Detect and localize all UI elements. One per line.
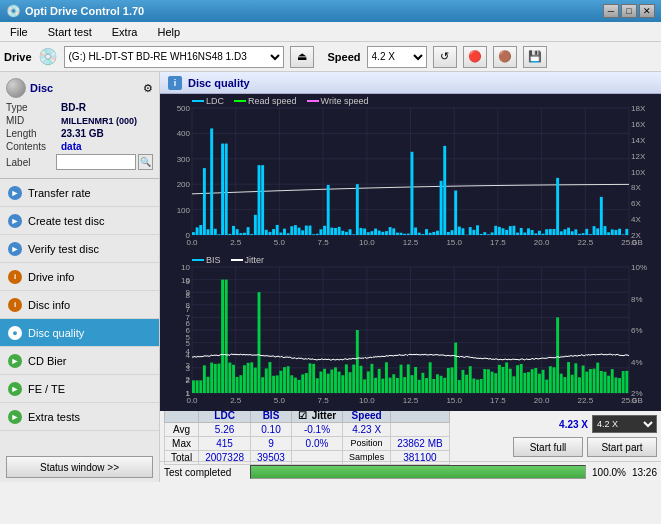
drive-label: Drive xyxy=(4,51,32,63)
bottom-stats: LDC BIS ☑ Jitter Speed Avg xyxy=(160,410,661,482)
jitter-checkbox-icon[interactable]: ☑ xyxy=(298,410,307,421)
dq-icon: i xyxy=(168,76,182,90)
label-input[interactable] xyxy=(56,154,136,170)
avg-speed: 4.23 X xyxy=(343,422,391,436)
ldc-chart: LDC Read speed Write speed xyxy=(160,94,661,253)
create-test-disc-icon: ► xyxy=(8,214,22,228)
jitter-legend: Jitter xyxy=(245,255,265,265)
sidebar-item-disc-quality[interactable]: ● Disc quality xyxy=(0,319,159,347)
bis-legend: BIS xyxy=(206,255,221,265)
sidebar-item-disc-info[interactable]: i Disc info xyxy=(0,291,159,319)
drive-icon: 💿 xyxy=(38,47,58,66)
titlebar-title-area: 💿 Opti Drive Control 1.70 xyxy=(6,4,144,18)
verify-test-disc-label: Verify test disc xyxy=(28,243,99,255)
stats-avg-row: Avg 5.26 0.10 -0.1% 4.23 X xyxy=(165,422,450,436)
settings-button2[interactable]: 🟤 xyxy=(493,46,517,68)
max-label: Max xyxy=(165,436,199,450)
avg-extra xyxy=(391,422,450,436)
write-speed-legend: Write speed xyxy=(321,96,369,106)
contents-value: data xyxy=(61,141,82,152)
extra-tests-label: Extra tests xyxy=(28,411,80,423)
max-ldc: 415 xyxy=(199,436,251,450)
max-position-label: Position xyxy=(343,436,391,450)
speed-display-label: 4.23 X xyxy=(559,419,588,430)
transfer-rate-icon: ► xyxy=(8,186,22,200)
drive-info-icon: i xyxy=(8,270,22,284)
ldc-canvas xyxy=(160,94,661,253)
disc-quality-label: Disc quality xyxy=(28,327,84,339)
verify-test-disc-icon: ► xyxy=(8,242,22,256)
max-position: 23862 MB xyxy=(391,436,450,450)
progress-bar xyxy=(251,466,585,478)
disc-panel-label: Disc xyxy=(30,82,53,94)
progress-text: 100.0% xyxy=(592,467,626,478)
avg-bis: 0.10 xyxy=(251,422,292,436)
mid-value: MILLENMR1 (000) xyxy=(61,116,137,126)
length-value: 23.31 GB xyxy=(61,128,104,139)
label-label: Label xyxy=(6,157,56,168)
speed-select[interactable]: 4.2 X xyxy=(367,46,427,68)
close-button[interactable]: ✕ xyxy=(639,4,655,18)
disc-info-label: Disc info xyxy=(28,299,70,311)
fe-te-icon: ► xyxy=(8,382,22,396)
status-text: Test completed xyxy=(164,467,244,478)
sidebar-item-transfer-rate[interactable]: ► Transfer rate xyxy=(0,179,159,207)
app-title: Opti Drive Control 1.70 xyxy=(25,5,144,17)
cd-bier-label: CD Bier xyxy=(28,355,67,367)
time-text: 13:26 xyxy=(632,467,657,478)
disc-icon xyxy=(6,78,26,98)
stats-table: LDC BIS ☑ Jitter Speed Avg xyxy=(164,408,450,465)
save-button[interactable]: 💾 xyxy=(523,46,547,68)
contents-label: Contents xyxy=(6,141,61,152)
sidebar-item-create-test-disc[interactable]: ► Create test disc xyxy=(0,207,159,235)
disc-settings-icon[interactable]: ⚙ xyxy=(143,82,153,95)
main-content: Disc ⚙ Type BD-R MID MILLENMR1 (000) Len… xyxy=(0,72,661,482)
start-full-button[interactable]: Start full xyxy=(513,437,583,457)
drive-select[interactable]: (G:) HL-DT-ST BD-RE WH16NS48 1.D3 xyxy=(64,46,284,68)
ldc-legend: LDC xyxy=(206,96,224,106)
sidebar-item-fe-te[interactable]: ► FE / TE xyxy=(0,375,159,403)
max-bis: 9 xyxy=(251,436,292,450)
mid-label: MID xyxy=(6,115,61,126)
drive-info-label: Drive info xyxy=(28,271,74,283)
start-part-button[interactable]: Start part xyxy=(587,437,657,457)
sidebar-item-cd-bier[interactable]: ► CD Bier xyxy=(0,347,159,375)
label-search-button[interactable]: 🔍 xyxy=(138,154,153,170)
sidebar-item-drive-info[interactable]: i Drive info xyxy=(0,263,159,291)
titlebar: 💿 Opti Drive Control 1.70 ─ □ ✕ xyxy=(0,0,661,22)
speed-label: Speed xyxy=(328,51,361,63)
transfer-rate-label: Transfer rate xyxy=(28,187,91,199)
speed-select-stats[interactable]: 4.2 X xyxy=(592,415,657,433)
menu-extra[interactable]: Extra xyxy=(106,24,144,40)
settings-button1[interactable]: 🔴 xyxy=(463,46,487,68)
bis-chart: BIS Jitter xyxy=(160,253,661,411)
titlebar-controls[interactable]: ─ □ ✕ xyxy=(603,4,655,18)
status-window-button[interactable]: Status window >> xyxy=(6,456,153,478)
progress-area: Test completed 100.0% 13:26 xyxy=(160,461,661,482)
type-value: BD-R xyxy=(61,102,86,113)
dq-title: Disc quality xyxy=(188,77,250,89)
menubar: File Start test Extra Help xyxy=(0,22,661,42)
menu-start-test[interactable]: Start test xyxy=(42,24,98,40)
disc-info-panel: Disc ⚙ Type BD-R MID MILLENMR1 (000) Len… xyxy=(0,72,159,179)
max-jitter: 0.0% xyxy=(291,436,342,450)
stats-max-row: Max 415 9 0.0% Position 23862 MB xyxy=(165,436,450,450)
avg-ldc: 5.26 xyxy=(199,422,251,436)
menu-help[interactable]: Help xyxy=(151,24,186,40)
minimize-button[interactable]: ─ xyxy=(603,4,619,18)
jitter-header-label: Jitter xyxy=(312,410,336,421)
sidebar-item-verify-test-disc[interactable]: ► Verify test disc xyxy=(0,235,159,263)
disc-quality-header: i Disc quality xyxy=(160,72,661,94)
menu-file[interactable]: File xyxy=(4,24,34,40)
right-panel: i Disc quality LDC Read speed xyxy=(160,72,661,482)
sidebar-item-extra-tests[interactable]: ► Extra tests xyxy=(0,403,159,431)
refresh-button[interactable]: ↺ xyxy=(433,46,457,68)
maximize-button[interactable]: □ xyxy=(621,4,637,18)
fe-te-label: FE / TE xyxy=(28,383,65,395)
eject-button[interactable]: ⏏ xyxy=(290,46,314,68)
type-label: Type xyxy=(6,102,61,113)
read-speed-legend: Read speed xyxy=(248,96,297,106)
avg-label: Avg xyxy=(165,422,199,436)
progress-bar-container xyxy=(250,465,586,479)
disc-info-icon: i xyxy=(8,298,22,312)
